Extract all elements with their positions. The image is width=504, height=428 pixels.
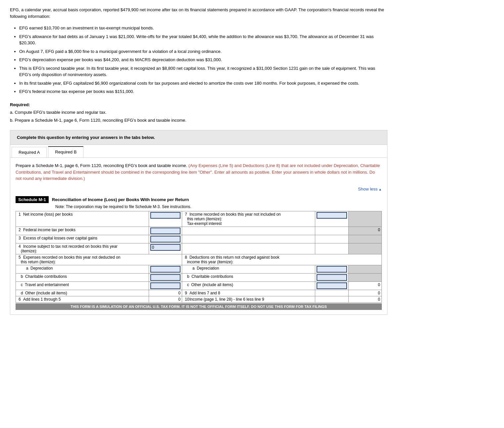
row5-label2: this return (itemize):	[17, 260, 56, 264]
row5a-input[interactable]	[150, 266, 180, 273]
schedule-title: Reconciliation of Income (Loss) per Book…	[52, 197, 189, 202]
list-item: In its first taxable year, EFG capitaliz…	[19, 80, 387, 87]
row8c-label: c Other (include all items)	[183, 282, 233, 287]
footer-notice: THIS FORM IS A SIMULATION OF AN OFFICIAL…	[16, 303, 382, 310]
row6-label: 6 Add lines 1 through 5	[17, 297, 61, 302]
row2-label: 2 Federal income tax per books	[17, 228, 76, 232]
row5c-input[interactable]	[150, 282, 180, 289]
list-item: This is EFG's second taxable year. In it…	[19, 65, 387, 78]
row8b-input[interactable]	[317, 274, 347, 281]
row3-label: 3 Excess of capital losses over capital …	[17, 236, 97, 240]
question-box: Complete this question by entering your …	[10, 130, 387, 145]
row5a-label: a Depreciation	[17, 266, 53, 271]
list-item: EFG earned $10,700 on an investment in t…	[19, 25, 387, 31]
row5b-label: b Charitable contributions	[17, 274, 67, 279]
schedule-note: Note: The corporation may be required to…	[16, 204, 382, 209]
list-item: On August 7, EFG paid a $6,000 fine to a…	[19, 48, 387, 55]
list-item: EFG's federal income tax expense per boo…	[19, 88, 387, 95]
row8b-label: b Charitable contributions	[183, 274, 233, 279]
row7-label: 7 Income recorded on books this year not…	[183, 212, 281, 217]
tab-instructions: Prepare a Schedule M-1, page 6, Form 112…	[16, 162, 382, 182]
schedule-m1-table: 1 Net income (loss) per books 7 Income r…	[16, 211, 382, 303]
show-less-row: Show less	[16, 185, 382, 193]
tabs-container: Required A Required B Prepare a Schedule…	[10, 145, 387, 315]
row9-label: 9 Add lines 7 and 8	[183, 291, 220, 295]
tabs-row: Required A Required B	[10, 145, 387, 158]
row8c-input[interactable]	[317, 282, 347, 289]
row7-tax-exempt-label: Tax-exempt interest	[183, 221, 222, 226]
tab-content-required-b: Prepare a Schedule M-1, page 6, Form 112…	[10, 158, 387, 315]
row8a-input[interactable]	[317, 266, 347, 273]
schedule-header: Schedule M-1 Reconciliation of Income (L…	[16, 196, 382, 203]
row2-input[interactable]	[150, 228, 180, 234]
row4-label2: (itemize):	[17, 249, 37, 253]
required-part-a: a. Compute EFG's taxable income and regu…	[10, 109, 387, 116]
schedule-badge: Schedule M-1	[16, 196, 49, 203]
row8-label2: income this year (itemize):	[183, 260, 233, 264]
list-item: EFG's depreciation expense per books was…	[19, 57, 387, 63]
row4-input[interactable]	[150, 244, 180, 251]
row10-label: 10 Income (page 1, line 28) - line 6 les…	[183, 297, 264, 302]
row5c-label: c Travel and entertainment	[17, 282, 69, 287]
row7-label2: this return (itemize):	[183, 217, 222, 221]
row3-input[interactable]	[150, 236, 180, 242]
info-list: EFG earned $10,700 on an investment in t…	[10, 25, 387, 95]
required-part-b: b. Prepare a Schedule M-1, page 6, Form …	[10, 117, 387, 124]
row5-label: 5 Expenses recorded on books this year n…	[17, 255, 121, 260]
required-label: Required:	[10, 102, 387, 108]
row7-sub-input[interactable]	[317, 212, 347, 219]
question-box-text: Complete this question by entering your …	[17, 135, 155, 140]
row1-input[interactable]	[150, 212, 180, 219]
row8a-label: a Depreciation	[183, 266, 219, 271]
tab-required-a[interactable]: Required A	[12, 147, 47, 157]
required-section: Required: a. Compute EFG's taxable incom…	[10, 102, 387, 124]
row8-label: 8 Deductions on this return not charged …	[183, 255, 279, 260]
row1-label: 1 Net income (loss) per books	[17, 212, 73, 217]
instruction-normal: Prepare a Schedule M-1, page 6, Form 112…	[16, 163, 187, 168]
row5d-label: d Other (include all items)	[17, 291, 67, 295]
list-item: EFG's allowance for bad debts as of Janu…	[19, 33, 387, 46]
tab-required-b[interactable]: Required B	[48, 146, 83, 157]
show-less-link[interactable]: Show less	[358, 187, 382, 192]
intro-paragraph: EFG, a calendar year, accrual basis corp…	[10, 7, 387, 20]
row5b-input[interactable]	[150, 274, 180, 281]
row4-label: 4 Income subject to tax not recorded on …	[17, 244, 118, 249]
